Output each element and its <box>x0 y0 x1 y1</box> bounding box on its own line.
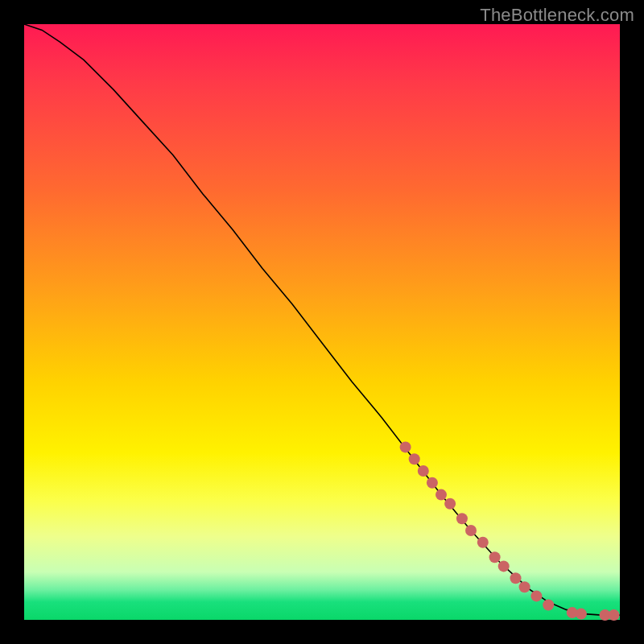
curve-marker <box>609 609 620 621</box>
curve-marker <box>489 551 501 563</box>
curve-marker <box>409 453 420 464</box>
curve-marker <box>465 525 477 536</box>
curve-markers <box>400 441 620 621</box>
curve-marker <box>444 498 456 510</box>
curve-marker <box>418 465 429 477</box>
curve-marker <box>427 477 438 489</box>
curve-marker <box>400 441 411 452</box>
curve-marker <box>436 489 447 501</box>
curve-marker <box>519 581 530 592</box>
curve-marker <box>543 600 554 611</box>
watermark-text: TheBottleneck.com <box>480 5 634 26</box>
bottleneck-curve-line <box>24 24 620 615</box>
plot-area <box>24 24 620 620</box>
curve-marker <box>456 513 468 524</box>
chart-svg <box>24 24 620 620</box>
curve-marker <box>576 609 587 620</box>
curve-marker <box>510 572 522 584</box>
curve-marker <box>477 537 489 548</box>
curve-marker <box>530 590 542 601</box>
curve-marker <box>498 560 510 572</box>
chart-stage: TheBottleneck.com <box>0 0 644 644</box>
